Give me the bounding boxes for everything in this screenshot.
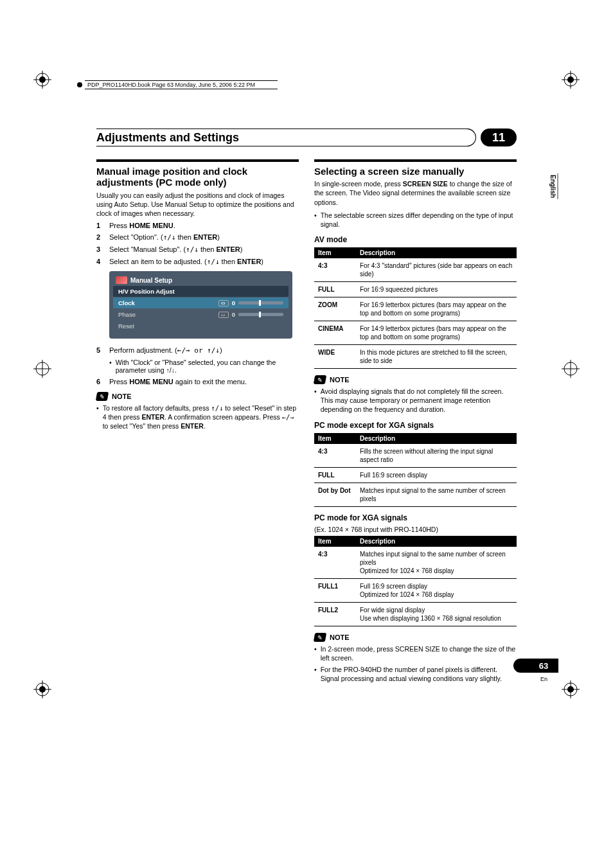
dot-icon: [77, 82, 82, 87]
note-text: In 2-screen mode, press SCREEN SIZE to c…: [314, 644, 517, 662]
table-row: 4:3For 4:3 "standard" pictures (side bar…: [314, 258, 517, 282]
chapter-number: 11: [481, 128, 517, 146]
note-header: ✎ NOTE: [96, 392, 299, 401]
note-header: ✎ NOTE: [314, 633, 517, 642]
note-header: ✎ NOTE: [314, 375, 517, 384]
crop-mark-icon: [562, 71, 580, 89]
xga-table: ItemDescription 4:3Matches input signal …: [314, 536, 517, 626]
av-mode-heading: AV mode: [314, 235, 517, 244]
crop-mark-icon: [33, 680, 51, 698]
note-text: For the PRO-940HD the number of panel pi…: [314, 665, 517, 683]
page-lang: En: [540, 676, 547, 682]
note-icon: ✎: [314, 633, 326, 642]
crop-mark-icon: [33, 360, 51, 378]
table-row: WIDEIn this mode pictures are stretched …: [314, 345, 517, 369]
slider-track: [238, 301, 283, 305]
crop-mark-icon: [562, 680, 580, 698]
step-5-sub: With "Clock" or "Phase" selected, you ca…: [109, 359, 299, 374]
right-column: Selecting a screen size manually In sing…: [314, 159, 517, 686]
step-1: 1 Press HOME MENU.: [96, 222, 299, 229]
menu-icon: [116, 276, 127, 284]
chapter-header: Adjustments and Settings 11: [96, 128, 517, 146]
table-row: 4:3Fills the screen without altering the…: [314, 444, 517, 468]
book-header: PDP_PRO1140HD.book Page 63 Monday, June …: [77, 80, 278, 89]
intro-text: In single-screen mode, press SCREEN SIZE…: [314, 179, 517, 207]
menu-row-reset: Reset: [113, 321, 289, 332]
menu-row-phase: Phase ▭0: [113, 309, 289, 320]
table-row: Dot by DotMatches input signal to the sa…: [314, 483, 517, 506]
table-row: 4:3Matches input signal to the same numb…: [314, 547, 517, 579]
table-row: FULL1Full 16:9 screen display Optimized …: [314, 578, 517, 602]
menu-title: Manual Setup: [130, 277, 172, 284]
updown-arrow-icon: ↑/↓: [207, 258, 220, 266]
note-text: Avoid displaying signals that do not com…: [314, 387, 517, 414]
av-mode-table: ItemDescription 4:3For 4:3 "standard" pi…: [314, 247, 517, 369]
updown-arrow-icon: ↑/↓: [163, 233, 176, 242]
header-bookmark-text: PDP_PRO1140HD.book Page 63 Monday, June …: [85, 80, 278, 89]
leftright-arrow-icon: ←/→: [282, 413, 294, 421]
phase-slider-icon: ▭: [218, 312, 229, 318]
step-5: 5 Perform adjustment. (←/→ or ↑/↓): [96, 346, 299, 355]
note-icon: ✎: [96, 392, 109, 401]
step-3: 3 Select "Manual Setup". (↑/↓ then ENTER…: [96, 245, 299, 254]
note-icon: ✎: [314, 375, 326, 384]
updown-arrow-icon: ↑/↓: [211, 404, 223, 412]
updown-arrow-icon: ↑/↓: [186, 245, 199, 254]
table-row: FULLFor 16:9 squeezed pictures: [314, 282, 517, 297]
table-row: CINEMAFor 14:9 letterbox pictures (bars …: [314, 321, 517, 345]
slider-track: [238, 313, 283, 316]
chapter-title: Adjustments and Settings: [96, 131, 239, 145]
step-4: 4 Select an item to be adjusted. (↑/↓ th…: [96, 258, 299, 266]
language-tab: English: [549, 173, 558, 199]
section-heading-manual: Manual image position and clock adjustme…: [96, 166, 299, 188]
pc-mode-heading: PC mode except for XGA signals: [314, 421, 517, 430]
table-row: FULL2For wide signal display Use when di…: [314, 602, 517, 626]
manual-setup-menu: Manual Setup H/V Position Adjust Clock ▭…: [109, 271, 292, 339]
menu-row-clock: Clock ▭0: [113, 297, 289, 308]
step-2: 2 Select "Option". (↑/↓ then ENTER): [96, 233, 299, 242]
xga-heading: PC mode for XGA signals: [314, 513, 517, 522]
table-row: FULLFull 16:9 screen display: [314, 467, 517, 483]
bullet-text: The selectable screen sizes differ depen…: [314, 211, 517, 229]
menu-row-hv: H/V Position Adjust: [113, 286, 289, 297]
section-heading-screensize: Selecting a screen size manually: [314, 166, 517, 177]
clock-slider-icon: ▭: [218, 300, 229, 306]
left-column: Manual image position and clock adjustme…: [96, 159, 299, 686]
note-text: To restore all factory defaults, press ↑…: [96, 403, 299, 431]
crop-mark-icon: [33, 71, 51, 89]
pc-mode-table: ItemDescription 4:3Fills the screen with…: [314, 433, 517, 507]
crop-mark-icon: [562, 360, 580, 378]
step-6: 6 Press HOME MENU again to exit the menu…: [96, 378, 299, 385]
xga-subtext: (Ex. 1024 × 768 input with PRO-1140HD): [314, 526, 517, 533]
page-number: 63: [532, 659, 555, 673]
arrows-icon: ←/→ or ↑/↓: [177, 346, 220, 355]
table-row: ZOOMFor 16:9 letterbox pictures (bars ma…: [314, 297, 517, 321]
intro-text: Usually you can easily adjust the positi…: [96, 191, 299, 218]
